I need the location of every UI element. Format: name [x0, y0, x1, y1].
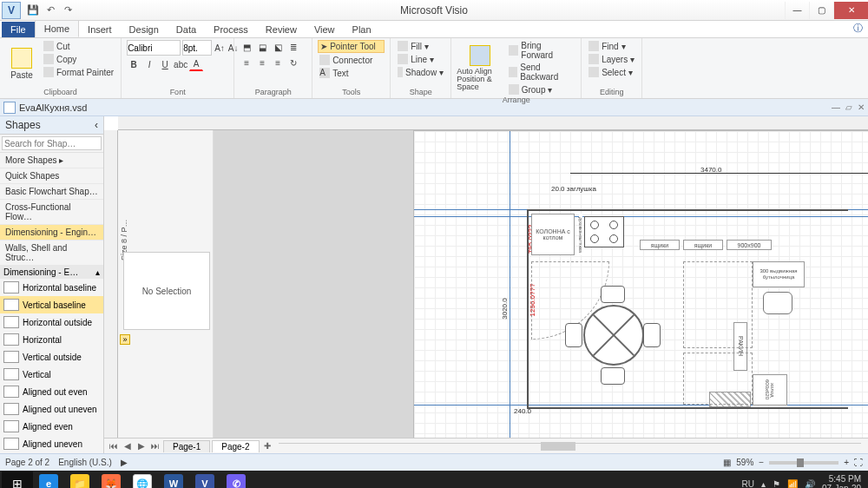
sink[interactable] [763, 292, 792, 314]
taskbar-ie[interactable]: e [33, 472, 64, 488]
strike-icon[interactable]: abc [174, 57, 187, 71]
guide-line[interactable] [510, 131, 510, 438]
zoom-in-button[interactable]: + [844, 458, 849, 467]
tab-view[interactable]: View [306, 22, 344, 37]
start-button[interactable]: ⊞ [2, 472, 33, 488]
copy-button[interactable]: Copy [42, 53, 115, 65]
zoom-slider[interactable] [769, 461, 838, 465]
shapes-category[interactable]: Cross-Functional Flow… [0, 200, 103, 225]
layers-button[interactable]: Layers ▾ [587, 53, 636, 65]
find-button[interactable]: Find ▾ [587, 40, 636, 52]
select-button[interactable]: Select ▾ [587, 66, 636, 78]
grow-font-icon[interactable]: A↑ [214, 41, 226, 55]
tray-up-icon[interactable]: ▴ [761, 479, 766, 489]
shapes-category[interactable]: Quick Shapes [0, 168, 103, 184]
shape-item[interactable]: Horizontal baseline [0, 279, 103, 296]
tab-data[interactable]: Data [168, 22, 205, 37]
taskbar-chrome[interactable]: 🌐 [127, 472, 158, 488]
dashed-outline[interactable] [683, 261, 753, 348]
taskbar-explorer[interactable]: 📁 [64, 472, 95, 488]
shape-item[interactable]: Vertical baseline [0, 296, 103, 313]
next-page-button[interactable]: ▶ [135, 441, 148, 451]
tray-flag-icon[interactable]: ⚑ [773, 479, 780, 489]
shapes-category[interactable]: Dimensioning - Engin… [0, 225, 103, 241]
chair[interactable] [643, 323, 661, 347]
help-icon[interactable]: ⓘ [848, 19, 868, 37]
shape-item[interactable]: Vertical [0, 366, 103, 383]
tab-file[interactable]: File [2, 22, 35, 37]
tray-clock[interactable]: 5:45 PM07-Jan-20 [822, 474, 861, 488]
last-page-button[interactable]: ⏭ [149, 441, 161, 451]
dashed-outline[interactable] [683, 353, 753, 405]
pointer-tool-button[interactable]: ➤Pointer Tool [318, 40, 385, 53]
new-page-button[interactable]: ✚ [261, 441, 273, 451]
chevron-up-icon[interactable]: ▴ [95, 267, 100, 277]
tray-volume-icon[interactable]: 🔊 [805, 479, 815, 489]
taskbar-firefox[interactable]: 🦊 [95, 472, 127, 488]
tab-design[interactable]: Design [121, 22, 168, 37]
more-shapes[interactable]: More Shapes ▸ [0, 153, 103, 168]
paste-button[interactable]: Paste [5, 40, 38, 88]
dim-plug[interactable]: 20.0 заглушка [551, 185, 596, 193]
view-icon[interactable]: ▦ [723, 458, 731, 467]
font-name-input[interactable] [127, 40, 181, 56]
tab-plan[interactable]: Plan [344, 22, 380, 37]
macro-icon[interactable]: ▶ [121, 458, 128, 467]
shape-item[interactable]: Aligned out even [0, 383, 103, 400]
shape-item[interactable]: Horizontal outside [0, 313, 103, 331]
cooktop[interactable] [584, 216, 624, 247]
shapes-category[interactable]: Basic Flowchart Shap… [0, 184, 103, 200]
redo-icon[interactable]: ↷ [61, 3, 75, 17]
drawing-page[interactable]: 3470.0 20.0 заглушка 3020.0 1296.0??? 79… [413, 130, 868, 438]
align-right-icon[interactable]: ≡ [271, 56, 285, 69]
align-top-icon[interactable]: ⬒ [240, 40, 253, 54]
tab-home[interactable]: Home [35, 20, 79, 37]
bring-forward-button[interactable]: Bring Forward [507, 40, 575, 61]
mdi-close[interactable]: ✕ [858, 102, 865, 112]
status-lang[interactable]: English (U.S.) [58, 458, 112, 467]
close-button[interactable]: ✕ [833, 2, 868, 19]
tab-review[interactable]: Review [257, 22, 306, 37]
rotate-text-icon[interactable]: ↻ [286, 56, 300, 69]
shapes-category[interactable]: Walls, Shell and Struc… [0, 241, 103, 266]
page-tab-2[interactable]: Page-2 [212, 440, 259, 452]
auto-align-button[interactable]: Auto Align Position & Space [457, 40, 503, 96]
align-mid-icon[interactable]: ⬓ [255, 40, 269, 54]
taskbar-viber[interactable]: ✆ [220, 472, 252, 488]
round-table[interactable] [583, 305, 644, 366]
minimize-button[interactable]: — [785, 2, 809, 19]
mdi-minimize[interactable]: — [832, 102, 840, 112]
chair[interactable] [601, 286, 625, 303]
connector-button[interactable]: Connector [318, 54, 385, 66]
undo-icon[interactable]: ↶ [43, 3, 57, 17]
prev-page-button[interactable]: ◀ [122, 441, 134, 451]
send-backward-button[interactable]: Send Backward [507, 62, 575, 82]
zoom-value[interactable]: 59% [736, 458, 753, 467]
mdi-restore[interactable]: ▱ [845, 102, 852, 112]
shapes-search-input[interactable] [2, 136, 102, 150]
tray-lang[interactable]: RU [742, 479, 754, 489]
chair[interactable] [565, 323, 582, 347]
text-tool-button[interactable]: AText [318, 67, 385, 79]
fill-button[interactable]: Fill ▾ [396, 40, 445, 52]
tray-network-icon[interactable]: 📶 [787, 479, 798, 489]
format-painter-button[interactable]: Format Painter [42, 66, 115, 78]
tab-process[interactable]: Process [205, 22, 257, 37]
chair[interactable] [601, 367, 625, 385]
shape-item[interactable]: Aligned uneven [0, 435, 103, 452]
stencil-title[interactable]: Dimensioning - E… [3, 267, 78, 277]
line-button[interactable]: Line ▾ [396, 53, 445, 65]
page-tab-1[interactable]: Page-1 [163, 440, 210, 452]
shape-item[interactable]: Vertical outside [0, 348, 103, 366]
fridge[interactable]: холод 600x620 [753, 374, 787, 406]
underline-icon[interactable]: U [158, 57, 172, 71]
taskbar-word[interactable]: W [158, 472, 189, 488]
maximize-button[interactable]: ▢ [809, 2, 833, 19]
cut-button[interactable]: Cut [42, 40, 115, 52]
font-size-input[interactable] [182, 40, 212, 56]
cabinet[interactable]: ящики [640, 240, 680, 250]
shadow-button[interactable]: Shadow ▾ [396, 66, 445, 78]
pullout[interactable]: 300 выдвижная бутылочница [753, 261, 805, 287]
align-bot-icon[interactable]: ⬕ [271, 40, 285, 54]
align-left-icon[interactable]: ≡ [240, 56, 253, 69]
